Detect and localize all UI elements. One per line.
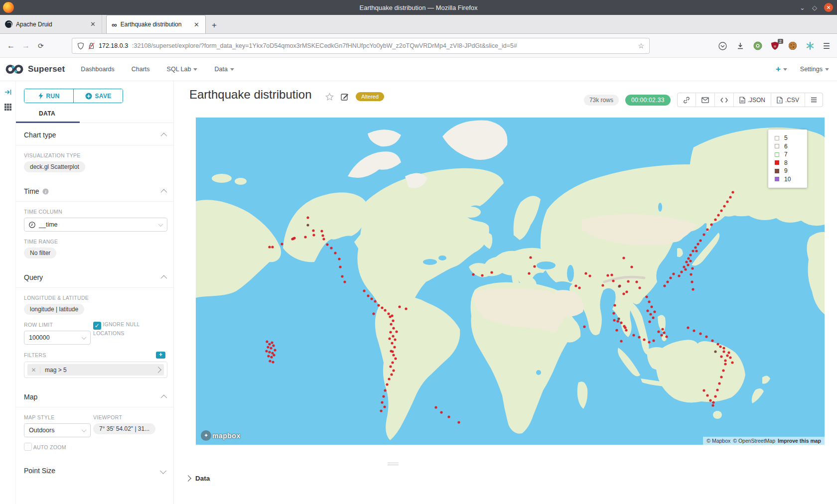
menu-icon[interactable]: ☰ xyxy=(823,41,830,51)
attribution-mapbox[interactable]: © Mapbox xyxy=(706,438,730,444)
auto-zoom-checkbox[interactable] xyxy=(24,443,32,451)
map-style-select[interactable]: Outdoors xyxy=(24,423,91,437)
data-section-toggle[interactable]: Data xyxy=(186,475,210,482)
viewport-value[interactable]: 7° 35' 54.02" | 31... xyxy=(93,423,155,434)
tab-close-icon[interactable]: ✕ xyxy=(193,21,200,28)
data-section-label: Data xyxy=(195,475,210,482)
active-tab-indicator xyxy=(16,122,80,123)
back-icon[interactable]: ← xyxy=(7,41,15,50)
url-host: 172.18.0.3 xyxy=(99,42,128,49)
run-button[interactable]: RUN xyxy=(24,89,73,103)
tab-close-icon[interactable]: ✕ xyxy=(89,20,97,28)
legend-label: 10 xyxy=(784,176,791,183)
attribution-osm[interactable]: © OpenStreetMap xyxy=(733,438,775,444)
adblock-shield-icon[interactable]: u 2 xyxy=(771,41,780,50)
legend-label: 5 xyxy=(784,134,788,141)
section-map[interactable]: Map xyxy=(16,385,173,407)
attribution-improve-link[interactable]: Improve this map xyxy=(778,438,821,444)
tab-earthquake-distribution[interactable]: ∞ Earthquake distribution ✕ xyxy=(106,15,206,33)
url-bar[interactable]: 172.18.0.3 :32108/superset/explore/?form… xyxy=(72,38,650,54)
time-range-value[interactable]: No filter xyxy=(24,248,56,258)
share-link-button[interactable] xyxy=(678,93,696,107)
legend-item[interactable]: 6 xyxy=(775,142,807,151)
legend-item[interactable]: 7 xyxy=(775,150,807,159)
pocket-icon[interactable] xyxy=(718,41,727,50)
viz-type-value[interactable]: deck.gl Scatterplot xyxy=(24,161,85,172)
chevron-down-icon xyxy=(82,427,87,432)
chart-title: Earthquake distribution xyxy=(189,88,311,102)
superset-infinity-icon xyxy=(4,63,25,75)
section-time[interactable]: Time i xyxy=(16,179,173,201)
superset-logo[interactable]: Superset xyxy=(4,63,65,75)
auto-zoom-control[interactable]: AUTO ZOOM xyxy=(24,443,93,451)
chart-menu-button[interactable] xyxy=(805,93,823,107)
legend-swatch xyxy=(775,152,779,157)
viewport-label: VIEWPORT xyxy=(93,414,155,420)
panel-resize-handle[interactable] xyxy=(388,461,399,467)
ignore-null-control[interactable]: ✓ IGNORE NULL LOCATIONS xyxy=(93,321,149,345)
time-column-select[interactable]: __time xyxy=(24,218,167,232)
legend-swatch xyxy=(775,177,779,181)
section-chart-type[interactable]: Chart type xyxy=(16,123,173,145)
tab-apache-druid[interactable]: Apache Druid ✕ xyxy=(0,15,102,33)
caret-down-icon xyxy=(230,68,234,71)
section-query[interactable]: Query xyxy=(16,265,173,287)
lonlat-value[interactable]: longitude | latitude xyxy=(24,304,84,315)
extension-badge: 2 xyxy=(778,39,783,44)
save-button[interactable]: SAVE xyxy=(73,89,123,103)
insecure-lock-icon[interactable] xyxy=(88,42,95,50)
chart-actions-group: .JSON x .CSV xyxy=(677,93,823,107)
window-minimize-icon[interactable]: ⌄ xyxy=(800,4,805,11)
row-limit-select[interactable]: 100000 xyxy=(24,331,91,345)
ignore-null-checkbox[interactable]: ✓ xyxy=(93,322,101,330)
email-icon xyxy=(701,97,709,103)
legend-item[interactable]: 8 xyxy=(775,159,807,167)
pinwheel-icon[interactable] xyxy=(806,41,815,50)
export-json-button[interactable]: .JSON xyxy=(733,93,771,107)
chevron-right-icon xyxy=(155,367,161,373)
forward-icon[interactable]: → xyxy=(22,41,30,50)
bookmark-star-icon[interactable]: ☆ xyxy=(638,42,644,50)
window-maximize-icon[interactable]: ◇ xyxy=(812,4,817,11)
add-new-button[interactable]: + xyxy=(776,64,787,74)
legend-swatch xyxy=(775,144,779,148)
embed-code-button[interactable] xyxy=(714,93,733,107)
mapbox-icon: ✦ xyxy=(201,430,211,441)
window-close-icon[interactable]: ✕ xyxy=(824,3,833,12)
brand-name: Superset xyxy=(28,64,65,74)
dataset-grid-icon[interactable] xyxy=(4,103,12,111)
legend-item[interactable]: 9 xyxy=(775,167,807,175)
privacy-icon[interactable] xyxy=(753,41,762,50)
tab-data[interactable]: DATA xyxy=(39,110,173,117)
tab-label: Apache Druid xyxy=(16,21,86,28)
nav-dashboards[interactable]: Dashboards xyxy=(81,66,114,73)
filter-chip[interactable]: ✕ mag > 5 xyxy=(27,364,164,376)
download-icon[interactable] xyxy=(736,41,745,50)
favorite-star-icon[interactable] xyxy=(325,93,334,101)
nav-charts[interactable]: Charts xyxy=(132,66,150,73)
remove-filter-icon[interactable]: ✕ xyxy=(27,367,40,374)
reload-icon[interactable]: ⟳ xyxy=(38,42,44,50)
chevron-down-icon xyxy=(158,222,163,227)
shield-icon[interactable] xyxy=(77,42,84,50)
export-csv-button[interactable]: x .CSV xyxy=(771,93,805,107)
legend-item[interactable]: 10 xyxy=(775,175,807,184)
edit-icon[interactable] xyxy=(341,93,349,101)
deckgl-map[interactable]: 5678910 ✦ mapbox © Mapbox © OpenStreetMa… xyxy=(196,118,825,445)
auto-zoom-label: AUTO ZOOM xyxy=(33,444,66,450)
section-point-size[interactable]: Point Size xyxy=(16,459,173,481)
mapbox-logo[interactable]: ✦ mapbox xyxy=(201,430,241,441)
legend-item[interactable]: 5 xyxy=(775,134,807,142)
collapse-panel-icon[interactable] xyxy=(4,88,12,96)
cookie-icon[interactable] xyxy=(788,41,797,50)
nav-settings[interactable]: Settings xyxy=(800,66,829,73)
nav-sql-lab[interactable]: SQL Lab xyxy=(167,66,198,73)
world-map xyxy=(196,118,825,445)
plus-circle-icon xyxy=(85,93,92,100)
email-button[interactable] xyxy=(696,93,714,107)
browser-tabbar: Apache Druid ✕ ∞ Earthquake distribution… xyxy=(0,15,837,34)
add-filter-button[interactable]: + xyxy=(156,352,165,359)
legend-swatch xyxy=(775,136,779,140)
nav-data[interactable]: Data xyxy=(214,66,234,73)
new-tab-icon[interactable]: + xyxy=(212,20,217,30)
